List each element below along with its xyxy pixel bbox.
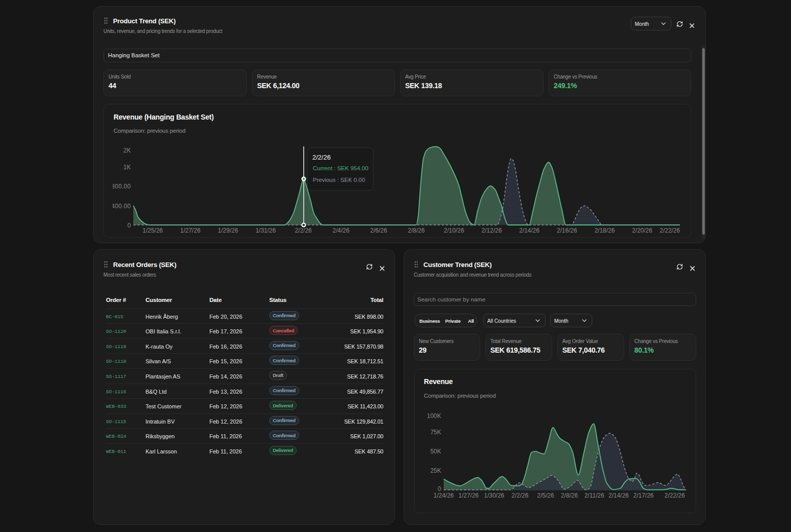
svg-text:0: 0 [127, 222, 131, 229]
svg-text:2/16/26: 2/16/26 [557, 227, 577, 234]
svg-text:1/25/26: 1/25/26 [142, 227, 163, 234]
svg-text:75K: 75K [430, 429, 441, 436]
svg-text:2/8/26: 2/8/26 [408, 227, 425, 234]
svg-text:1/24/26: 1/24/26 [434, 492, 454, 499]
svg-text:400.00: 400.00 [111, 203, 131, 210]
svg-text:2/5/26: 2/5/26 [537, 492, 554, 499]
svg-text:2/22/26: 2/22/26 [660, 227, 680, 234]
svg-text:100K: 100K [427, 412, 441, 420]
svg-text:Current : SEK 954.00: Current : SEK 954.00 [313, 165, 368, 171]
svg-text:1/27/26: 1/27/26 [180, 227, 200, 234]
svg-text:1/27/26: 1/27/26 [458, 492, 479, 499]
svg-text:2/6/26: 2/6/26 [370, 227, 387, 234]
svg-text:1/31/26: 1/31/26 [256, 227, 276, 234]
svg-text:2/14/26: 2/14/26 [519, 227, 540, 234]
svg-text:2/2/26: 2/2/26 [295, 227, 312, 234]
svg-text:1/30/26: 1/30/26 [484, 492, 504, 499]
svg-text:2/2/26: 2/2/26 [512, 492, 529, 499]
svg-text:2/20/26: 2/20/26 [632, 227, 652, 234]
svg-text:2/10/26: 2/10/26 [444, 227, 464, 234]
svg-text:25K: 25K [430, 467, 441, 474]
svg-text:0: 0 [438, 485, 441, 492]
svg-text:2/8/26: 2/8/26 [561, 492, 578, 499]
svg-text:2/2/26: 2/2/26 [312, 154, 331, 161]
svg-text:Previous : SEK 0.00: Previous : SEK 0.00 [313, 177, 365, 183]
svg-text:1/29/26: 1/29/26 [218, 227, 238, 234]
svg-text:2/14/26: 2/14/26 [608, 492, 629, 499]
svg-text:50K: 50K [430, 448, 441, 455]
svg-text:2/22/26: 2/22/26 [665, 492, 685, 499]
svg-text:2/11/26: 2/11/26 [584, 492, 604, 499]
svg-text:1K: 1K [123, 164, 131, 171]
svg-text:2K: 2K [123, 147, 131, 154]
svg-text:2/17/26: 2/17/26 [633, 492, 654, 499]
svg-text:2/4/26: 2/4/26 [333, 227, 350, 234]
svg-text:2/12/26: 2/12/26 [482, 227, 502, 234]
svg-text:2/18/26: 2/18/26 [594, 227, 615, 234]
svg-text:800.00: 800.00 [111, 183, 131, 190]
